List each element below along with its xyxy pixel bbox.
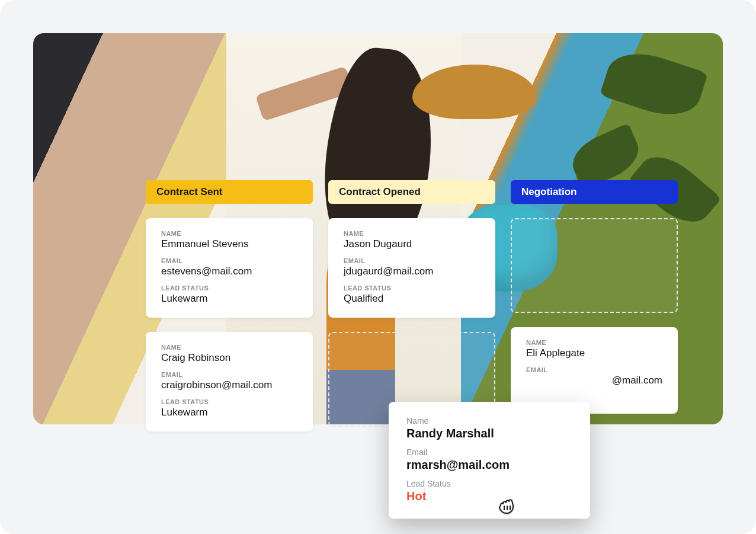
column-title: Negotiation: [521, 186, 577, 198]
lead-status: Hot: [406, 490, 572, 503]
column-header-contract-sent[interactable]: Contract Sent: [146, 180, 313, 204]
field-label-email: EMAIL: [526, 366, 662, 373]
field-label-name: NAME: [161, 344, 297, 351]
field-label-name: NAME: [161, 230, 297, 237]
lead-email: craigrobinson@mail.com: [161, 379, 297, 391]
lead-email: estevens@mail.com: [161, 266, 297, 277]
column-title: Contract Opened: [339, 186, 421, 198]
column-title: Contract Sent: [156, 186, 222, 198]
lead-name: Emmanuel Stevens: [161, 238, 297, 250]
lead-status: Lukewarm: [161, 293, 297, 305]
column-contract-opened: Contract Opened NAME Jason Dugaurd EMAIL…: [328, 180, 495, 431]
column-header-negotiation[interactable]: Negotiation: [511, 180, 678, 204]
lead-email: jdugaurd@mail.com: [344, 266, 480, 277]
lead-name: Craig Robinson: [161, 352, 297, 364]
lead-status: Lukewarm: [161, 407, 297, 418]
lead-name: Randy Marshall: [406, 427, 572, 440]
lead-name: Eli Applegate: [526, 347, 662, 359]
field-label-status: LEAD STATUS: [161, 398, 297, 405]
field-label-email: EMAIL: [161, 371, 297, 378]
lead-name: Jason Dugaurd: [344, 238, 480, 250]
grab-cursor-icon: [495, 493, 519, 519]
lead-card[interactable]: NAME Eli Applegate EMAIL @mail.com LEAD …: [511, 327, 678, 414]
field-label-name: NAME: [344, 230, 480, 237]
field-label-email: EMAIL: [161, 257, 297, 264]
lead-card[interactable]: NAME Craig Robinson EMAIL craigrobinson@…: [146, 332, 313, 431]
column-negotiation: Negotiation NAME Eli Applegate EMAIL @ma…: [511, 180, 678, 431]
field-label-email: EMAIL: [344, 257, 480, 264]
field-label-status: LEAD STATUS: [161, 284, 297, 292]
field-label-name: NAME: [526, 339, 662, 346]
lead-email: rmarsh@mail.com: [406, 458, 572, 472]
lead-card[interactable]: NAME Jason Dugaurd EMAIL jdugaurd@mail.c…: [328, 218, 495, 318]
lead-card[interactable]: NAME Emmanuel Stevens EMAIL estevens@mai…: [146, 218, 313, 318]
lead-email: @mail.com: [526, 375, 662, 386]
field-label-status: Lead Status: [406, 479, 572, 488]
field-label-email: Email: [406, 447, 572, 457]
column-contract-sent: Contract Sent NAME Emmanuel Stevens EMAI…: [146, 180, 313, 431]
column-header-contract-opened[interactable]: Contract Opened: [328, 180, 495, 204]
lead-status: Qualified: [344, 293, 480, 305]
card-dropzone[interactable]: [511, 218, 678, 313]
kanban-board: Contract Sent NAME Emmanuel Stevens EMAI…: [146, 180, 678, 431]
field-label-status: LEAD STATUS: [344, 284, 480, 292]
dragging-lead-card[interactable]: Name Randy Marshall Email rmarsh@mail.co…: [389, 402, 590, 519]
field-label-name: Name: [406, 416, 572, 426]
hero-background: Contract Sent NAME Emmanuel Stevens EMAI…: [33, 33, 723, 424]
